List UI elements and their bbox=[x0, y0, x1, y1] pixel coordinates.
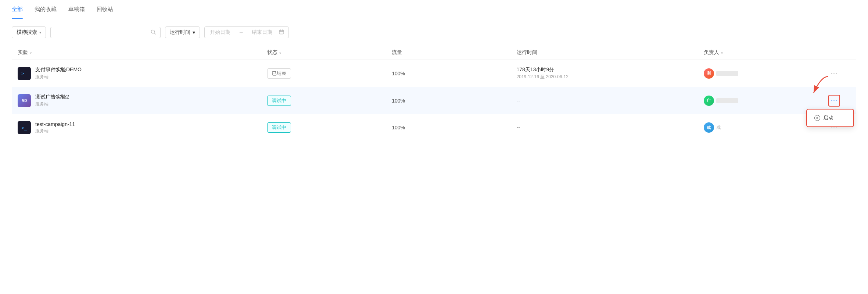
owner-name-placeholder bbox=[716, 71, 738, 76]
table-header: 实验 ∨ 状态 ∨ 流量 运行时间 负责人 ∨ bbox=[12, 46, 856, 60]
play-icon bbox=[814, 115, 820, 121]
owner-name: 成 bbox=[716, 125, 721, 131]
tab-favorites[interactable]: 我的收藏 bbox=[35, 0, 57, 19]
chevron-down-icon: ▾ bbox=[39, 31, 41, 35]
status-badge: 调试中 bbox=[267, 122, 291, 133]
experiment-name[interactable]: 测试广告实验2 bbox=[35, 94, 69, 100]
tab-recycle[interactable]: 回收站 bbox=[97, 0, 113, 19]
experiment-name[interactable]: 支付事件实验DEMO bbox=[35, 67, 82, 73]
col-runtime: 运行时间 bbox=[517, 49, 704, 56]
avatar: 广 bbox=[704, 96, 714, 106]
col-traffic: 流量 bbox=[392, 49, 516, 56]
time-filter-select[interactable]: 运行时间 ▾ bbox=[165, 26, 200, 38]
date-range-picker[interactable]: 开始日期 → 结束日期 bbox=[204, 26, 289, 38]
table-row: >_ test-campaign-11 服务端 调试中 100% -- 成 成 … bbox=[12, 114, 856, 141]
sort-icon-status: ∨ bbox=[279, 51, 281, 55]
tab-all[interactable]: 全部 bbox=[12, 0, 23, 19]
owner-name-placeholder bbox=[716, 98, 738, 103]
search-input[interactable] bbox=[55, 29, 148, 35]
duration-cell: -- bbox=[517, 125, 704, 130]
tab-bar: 全部 我的收藏 草稿箱 回收站 bbox=[0, 0, 868, 19]
sort-icon-owner: ∨ bbox=[721, 51, 723, 55]
experiment-icon: >_ bbox=[18, 67, 31, 80]
svg-line-1 bbox=[154, 33, 156, 34]
search-icon bbox=[151, 29, 156, 36]
avatar: 成 bbox=[704, 122, 714, 133]
experiment-icon: AD bbox=[18, 94, 31, 107]
sort-icon-experiment: ∨ bbox=[29, 51, 32, 55]
action-popup-menu: 启动 bbox=[806, 109, 854, 127]
experiment-icon: >_ bbox=[18, 121, 31, 134]
filter-bar: 模糊搜索 ▾ 运行时间 ▾ 开始日期 → 结束日期 bbox=[0, 19, 868, 46]
annotation-arrow bbox=[803, 73, 832, 100]
experiments-table: 实验 ∨ 状态 ∨ 流量 运行时间 负责人 ∨ >_ 支付事件实验DEMO 服务… bbox=[0, 46, 868, 141]
action-cell: ··· 启动 bbox=[828, 95, 850, 107]
search-box[interactable] bbox=[50, 27, 161, 38]
start-label: 启动 bbox=[823, 115, 833, 121]
experiment-sub: 服务端 bbox=[35, 74, 82, 80]
time-filter-label: 运行时间 bbox=[170, 29, 190, 36]
fuzzy-search-label: 模糊搜索 bbox=[17, 29, 37, 36]
svg-rect-2 bbox=[279, 30, 284, 34]
avatar: 测 bbox=[704, 68, 714, 79]
status-cell: 调试中 bbox=[267, 122, 392, 133]
tab-drafts[interactable]: 草稿箱 bbox=[68, 0, 85, 19]
experiment-name[interactable]: test-campaign-11 bbox=[35, 121, 75, 127]
col-actions bbox=[828, 49, 850, 56]
status-cell: 调试中 bbox=[267, 96, 392, 106]
experiment-sub: 服务端 bbox=[35, 101, 69, 107]
date-arrow-icon: → bbox=[236, 29, 247, 35]
experiment-info: >_ 支付事件实验DEMO 服务端 bbox=[18, 67, 267, 80]
col-status[interactable]: 状态 ∨ bbox=[267, 49, 392, 56]
traffic-cell: 100% bbox=[392, 98, 516, 104]
fuzzy-search-select[interactable]: 模糊搜索 ▾ bbox=[12, 26, 46, 38]
table-row: >_ 支付事件实验DEMO 服务端 已结束 100% 178天13小时9分 20… bbox=[12, 60, 856, 87]
experiment-sub: 服务端 bbox=[35, 128, 75, 134]
date-start-field[interactable]: 开始日期 bbox=[205, 27, 236, 38]
date-end-field[interactable]: 结束日期 bbox=[247, 27, 277, 38]
start-menu-item[interactable]: 启动 bbox=[807, 111, 853, 125]
chevron-down-icon: ▾ bbox=[193, 29, 195, 35]
traffic-cell: 100% bbox=[392, 125, 516, 130]
col-owner[interactable]: 负责人 ∨ bbox=[704, 49, 828, 56]
status-cell: 已结束 bbox=[267, 68, 392, 79]
col-experiment[interactable]: 实验 ∨ bbox=[18, 49, 267, 56]
duration-cell: -- bbox=[517, 98, 704, 104]
calendar-icon bbox=[277, 29, 288, 36]
experiment-info: >_ test-campaign-11 服务端 bbox=[18, 121, 267, 134]
traffic-cell: 100% bbox=[392, 71, 516, 76]
experiment-info: AD 测试广告实验2 服务端 bbox=[18, 94, 267, 107]
status-badge: 已结束 bbox=[267, 68, 291, 79]
duration-cell: 178天13小时9分 2019-12-16 至 2020-06-12 bbox=[517, 67, 704, 80]
table-row: AD 测试广告实验2 服务端 调试中 100% -- 广 ··· bbox=[12, 87, 856, 114]
status-badge: 调试中 bbox=[267, 96, 291, 106]
